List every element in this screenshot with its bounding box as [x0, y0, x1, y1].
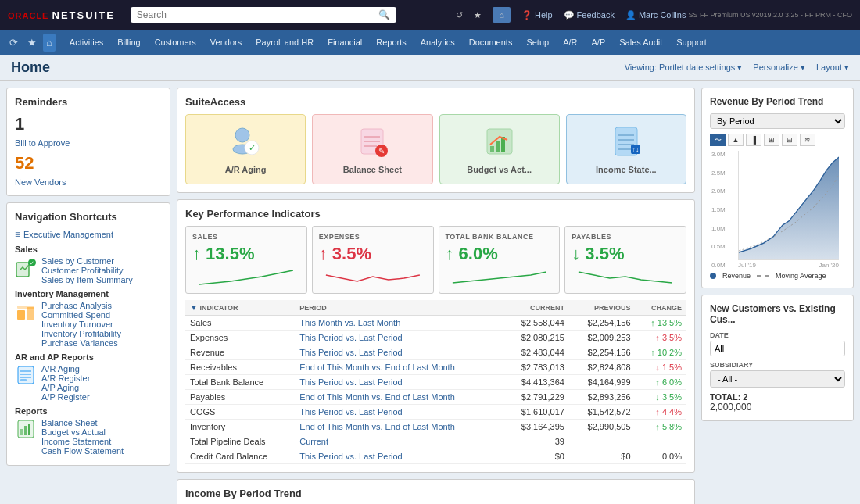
nav-documents[interactable]: Documents [463, 30, 519, 55]
date-label: DATE [710, 331, 845, 339]
chart-area [738, 151, 839, 260]
ap-aging-link[interactable]: A/P Aging [41, 383, 90, 392]
committed-spend-link[interactable]: Committed Spend [41, 310, 121, 320]
indicator-revenue: Revenue [185, 345, 295, 360]
search-input[interactable] [137, 9, 378, 20]
search-box[interactable]: 🔍 [131, 7, 396, 23]
nav-support[interactable]: Support [670, 30, 713, 55]
nav-customers[interactable]: Customers [149, 30, 202, 55]
inventory-turnover-link[interactable]: Inventory Turnover [41, 320, 121, 329]
nav-ar[interactable]: A/R [557, 30, 583, 55]
star-icon[interactable]: ★ [474, 10, 482, 20]
period-revenue[interactable]: This Period vs. Last Period [295, 345, 503, 360]
nav-payroll[interactable]: Payroll and HR [249, 30, 320, 55]
reminder-1-number: 1 [15, 114, 24, 134]
kpi-sales-label: SALES [192, 233, 300, 241]
layout-link[interactable]: Layout [816, 63, 849, 73]
zoom-out-icon[interactable]: ⊟ [782, 134, 797, 146]
table-chart-icon[interactable]: ⊞ [764, 134, 779, 146]
period-credit[interactable]: This Period vs. Last Period [295, 449, 503, 464]
balance-sheet-icon: ✎ [355, 124, 389, 159]
nav-home-icon[interactable]: ⌂ [43, 34, 56, 52]
nav-activities[interactable]: Activities [63, 30, 109, 55]
current-inventory: $3,164,395 [503, 420, 569, 434]
svg-point-16 [235, 128, 249, 142]
suite-tile-balance-sheet[interactable]: ✎ Balance Sheet [312, 114, 432, 184]
suite-tile-ar-aging[interactable]: ✓ A/R Aging [185, 114, 306, 184]
kpi-table: ▼ INDICATOR PERIOD CURRENT PREVIOUS CHAN… [185, 300, 686, 464]
nav-analytics[interactable]: Analytics [414, 30, 461, 55]
subsidiary-select[interactable]: - All - [710, 370, 845, 388]
inventory-profitability-link[interactable]: Inventory Profitability [41, 329, 121, 338]
feedback-link[interactable]: 💬 Feedback [564, 10, 615, 20]
nav-ap[interactable]: A/P [586, 30, 612, 55]
viewing-portlet[interactable]: Viewing: Portlet date settings [625, 63, 743, 73]
bar-chart-icon[interactable]: ▐ [746, 134, 761, 146]
kpi-bank-tile: TOTAL BANK BALANCE ↑ 6.0% [439, 226, 561, 294]
nav-setup[interactable]: Setup [520, 30, 555, 55]
customer-profitability-link[interactable]: Customer Profitability [41, 266, 133, 275]
kpi-payables-sparkline [572, 267, 679, 287]
current-credit: $0 [503, 449, 569, 464]
period-sales[interactable]: This Month vs. Last Month [295, 316, 503, 331]
change-revenue: ↑ 10.2% [636, 345, 686, 360]
ar-register-link[interactable]: A/R Register [41, 374, 90, 383]
suite-tile-budget[interactable]: Budget vs Act... [439, 114, 560, 184]
period-select[interactable]: By Period By Quarter By Year [710, 113, 845, 129]
period-inventory[interactable]: End of This Month vs. End of Last Month [295, 420, 503, 434]
kpi-card: Key Performance Indicators SALES ↑ 13.5%… [177, 199, 695, 473]
nav-sales-audit[interactable]: Sales Audit [613, 30, 668, 55]
income-statement-link[interactable]: Income Statement [41, 437, 124, 446]
suite-tile-income[interactable]: ↑↓ Income State... [566, 114, 686, 184]
exec-mgmt-link[interactable]: ≡ Executive Management [15, 229, 162, 240]
home-icon[interactable]: ⌂ [493, 7, 511, 23]
help-link[interactable]: ❓ Help [521, 10, 553, 20]
balance-sheet-link[interactable]: Balance Sheet [41, 418, 124, 427]
current-pipeline: 39 [503, 434, 569, 449]
area-chart-icon[interactable]: ▲ [728, 134, 744, 146]
period-pipeline[interactable]: Current [295, 434, 503, 449]
kpi-sales-sparkline [192, 267, 300, 287]
nav-recent-icon[interactable]: ⟳ [6, 34, 21, 52]
nav-financial[interactable]: Financial [321, 30, 368, 55]
total-amount: 2,000,000 [710, 402, 845, 413]
period-expenses[interactable]: This Period vs. Last Period [295, 331, 503, 345]
previous-bank: $4,164,999 [569, 375, 636, 390]
filter-icon[interactable]: ▼ [190, 303, 198, 312]
period-bank[interactable]: This Period vs. Last Period [295, 375, 503, 390]
new-vendors-link[interactable]: New Vendors [15, 177, 66, 187]
nav-reports[interactable]: Reports [370, 30, 413, 55]
budget-vs-actual-link[interactable]: Budget vs Actual [41, 427, 124, 437]
cash-flow-link[interactable]: Cash Flow Statement [41, 446, 124, 456]
current-expenses: $2,080,215 [503, 331, 569, 345]
wave-chart-icon[interactable]: ≋ [800, 134, 815, 146]
purchase-variances-link[interactable]: Purchase Variances [41, 338, 121, 348]
income-label: Income State... [596, 165, 657, 174]
kpi-bank-sparkline [446, 267, 554, 287]
nav-bookmark-icon[interactable]: ★ [24, 34, 40, 52]
chart-y-labels: 3.0M2.5M2.0M1.5M1.0M0.5M0.0M [711, 151, 726, 269]
ap-register-link[interactable]: A/P Register [41, 392, 90, 402]
period-cogs[interactable]: This Period vs. Last Period [295, 405, 503, 420]
user-menu[interactable]: 👤 Marc Collins SS FF Premium US v2019.2.… [625, 10, 852, 20]
sales-by-customer-link[interactable]: Sales by Customer [41, 256, 133, 266]
nav-vendors[interactable]: Vendors [204, 30, 248, 55]
new-customers-card: New Customers vs. Existing Cus... DATE S… [701, 295, 854, 421]
period-receivables[interactable]: End of This Month vs. End of Last Month [295, 360, 503, 375]
personalize-link[interactable]: Personalize [753, 63, 805, 73]
ar-aging-link[interactable]: A/R Aging [41, 364, 90, 374]
date-input[interactable] [710, 341, 845, 356]
nav-billing[interactable]: Billing [111, 30, 146, 55]
change-bank: ↑ 6.0% [636, 375, 686, 390]
svg-rect-15 [28, 424, 30, 435]
bill-to-approve-link[interactable]: Bill to Approve [15, 138, 70, 148]
sales-links: Sales by Customer Customer Profitability… [41, 256, 133, 284]
table-row: Payables End of This Month vs. End of La… [185, 390, 686, 405]
kpi-bank-value: ↑ 6.0% [446, 244, 554, 264]
refresh-icon[interactable]: ↺ [456, 10, 463, 20]
sales-by-item-link[interactable]: Sales by Item Summary [41, 275, 133, 284]
svg-text:↑↓: ↑↓ [632, 145, 639, 153]
period-payables[interactable]: End of This Month vs. End of Last Month [295, 390, 503, 405]
purchase-analysis-link[interactable]: Purchase Analysis [41, 301, 121, 310]
line-chart-icon[interactable]: 〜 [710, 134, 726, 146]
